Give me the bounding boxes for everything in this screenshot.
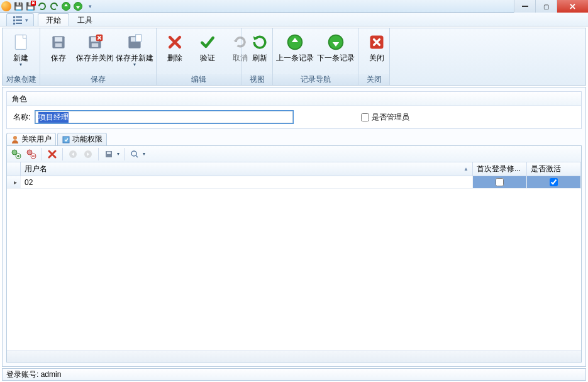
tab-tools[interactable]: 工具 [69, 13, 101, 26]
svg-rect-8 [15, 35, 26, 50]
qat-redo-button[interactable] [49, 1, 59, 11]
validate-button[interactable]: 验证 [192, 31, 223, 64]
ribbon-tabs: ▾ 开始 工具 [0, 13, 588, 26]
name-label: 名称: [13, 112, 30, 123]
svg-rect-2 [13, 16, 15, 18]
svg-rect-14 [91, 43, 98, 47]
role-group: 角色 名称: 是否管理员 [6, 91, 582, 129]
close-button[interactable]: 关闭 [361, 31, 392, 64]
name-input[interactable] [35, 111, 293, 123]
svg-point-32 [131, 151, 136, 156]
grid-search-button[interactable] [128, 147, 147, 161]
maximize-button[interactable]: ▢ [535, 0, 557, 13]
is-admin-label: 是否管理员 [372, 112, 409, 123]
arrow-up-icon [61, 1, 71, 11]
svg-point-26 [27, 150, 32, 155]
tab-start[interactable]: 开始 [38, 13, 69, 26]
undo-icon [37, 1, 47, 11]
cell-active[interactable] [527, 176, 581, 188]
group-caption-edit: 编辑 [157, 74, 241, 85]
svg-rect-31 [107, 152, 111, 154]
check-icon [199, 33, 216, 51]
grid-add-button[interactable] [9, 147, 23, 161]
subtab-perms[interactable]: 功能权限 [57, 133, 107, 145]
save-icon [50, 33, 67, 51]
list-icon [13, 16, 24, 25]
status-bar: 登录账号: admin [2, 368, 586, 381]
prev-record-button[interactable]: 上一条记录 [275, 31, 315, 64]
x-icon [48, 150, 57, 159]
undo-icon [231, 33, 249, 51]
new-icon [12, 33, 30, 51]
first-login-checkbox[interactable] [496, 178, 504, 186]
next-record-button[interactable]: 下一条记录 [316, 31, 356, 64]
save-button[interactable]: 保存 [43, 31, 74, 64]
qat-up-button[interactable] [61, 1, 71, 11]
qat-undo-button[interactable] [37, 1, 47, 11]
col-username[interactable]: 用户名 [21, 162, 473, 176]
arrow-down-icon [327, 33, 345, 51]
grid-delete-button[interactable] [45, 147, 59, 161]
active-checkbox[interactable] [550, 178, 558, 186]
save-close-label: 保存并关闭 [76, 53, 114, 62]
quick-access-toolbar: ▾ [1, 1, 95, 11]
group-caption-create: 对象创建 [3, 74, 40, 85]
save-close-button[interactable]: 保存并关闭 [75, 31, 114, 64]
grid-header-rowselector[interactable] [7, 162, 21, 176]
cell-first-login[interactable] [473, 176, 527, 188]
group-caption-nav: 记录导航 [273, 74, 358, 85]
grid-remove-button[interactable] [25, 147, 38, 161]
save-new-button[interactable]: 保存并新建 ▾ [115, 31, 153, 69]
col-first-login[interactable]: 首次登录修... [473, 162, 527, 176]
ribbon: 新建 ▾ 对象创建 保存 保存并关闭 保存并新建 ▾ 保存 [2, 28, 586, 86]
delete-label: 删除 [167, 53, 182, 62]
svg-rect-4 [13, 20, 15, 21]
arrow-down-icon [73, 1, 83, 11]
save-new-icon [126, 33, 143, 51]
grid-next-button[interactable] [81, 147, 95, 161]
delete-button[interactable]: 删除 [159, 31, 191, 64]
cancel-button[interactable]: 取消 [225, 31, 256, 64]
title-bar: ▾ ▢ ✕ [0, 0, 588, 13]
grid-export-button[interactable] [102, 147, 121, 161]
prev-label: 上一条记录 [276, 53, 314, 62]
save-close-icon [25, 1, 35, 11]
window-close-button[interactable]: ✕ [557, 0, 588, 13]
export-icon [104, 150, 113, 159]
user-icon [11, 135, 19, 144]
qat-save-close-button[interactable] [25, 1, 35, 11]
svg-rect-5 [16, 20, 22, 21]
redo-icon [49, 1, 59, 11]
save-label: 保存 [51, 53, 66, 62]
save-icon [13, 1, 23, 11]
prev-icon [69, 150, 77, 159]
minimize-button[interactable] [514, 0, 535, 13]
col-active[interactable]: 是否激活 [527, 162, 581, 176]
grid-scrollbar[interactable] [7, 351, 581, 362]
row-indicator[interactable] [7, 176, 21, 188]
chevron-down-icon: ▾ [19, 62, 22, 67]
qat-save-button[interactable] [13, 1, 23, 11]
svg-rect-18 [135, 35, 141, 42]
grid-header: 用户名 首次登录修... 是否激活 [7, 162, 581, 176]
subtab-users-label: 关联用户 [21, 134, 52, 145]
grid-panel: 用户名 首次登录修... 是否激活 02 [6, 145, 582, 362]
save-close-icon [86, 33, 104, 51]
qat-customize-button[interactable]: ▾ [85, 1, 95, 11]
qat-down-button[interactable] [73, 1, 83, 11]
svg-rect-6 [13, 23, 15, 25]
grid[interactable]: 用户名 首次登录修... 是否激活 02 [7, 162, 581, 351]
is-admin-checkbox[interactable] [361, 113, 369, 121]
new-button[interactable]: 新建 ▾ [5, 31, 36, 69]
group-caption-view: 视图 [241, 74, 272, 85]
subtab-users[interactable]: 关联用户 [6, 133, 56, 145]
file-menu-button[interactable]: ▾ [6, 13, 34, 26]
cell-username[interactable]: 02 [21, 176, 473, 188]
table-row[interactable]: 02 [7, 176, 581, 189]
save-new-label: 保存并新建 [116, 53, 153, 62]
search-icon [130, 150, 139, 159]
svg-rect-7 [16, 23, 22, 24]
grid-prev-button[interactable] [66, 147, 80, 161]
permission-icon [62, 135, 70, 144]
cancel-label: 取消 [233, 53, 248, 62]
